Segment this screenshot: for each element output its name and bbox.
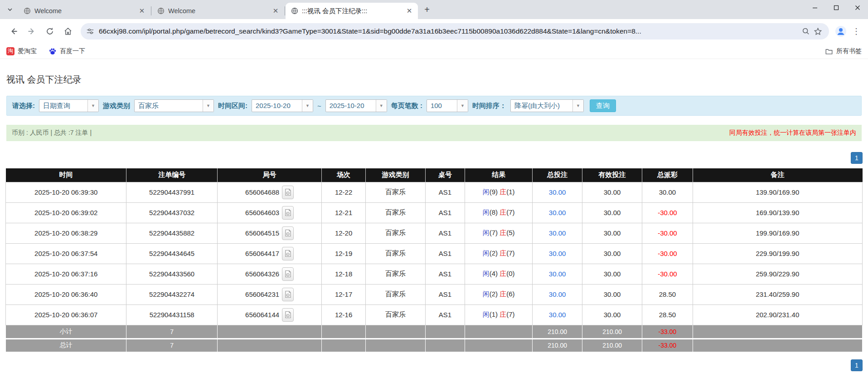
bookmark-baidu[interactable]: 百度一下	[48, 47, 85, 55]
game-type: 百家乐	[365, 202, 425, 223]
query-button[interactable]: 查询	[590, 99, 616, 112]
all-bookmarks-button[interactable]: 所有书签	[825, 47, 862, 55]
site-settings-icon[interactable]	[86, 27, 94, 35]
result: 闲(7) 庄(5)	[465, 223, 533, 243]
sort-order-select[interactable]: 降幂(由大到小) ▼	[510, 99, 584, 112]
round-number: 656064231	[217, 284, 322, 305]
summary-cell	[426, 339, 465, 352]
tab-close-icon[interactable]: ✕	[405, 7, 413, 15]
dropdown-arrow-icon[interactable]: ▼	[457, 100, 468, 112]
total-bet-link[interactable]: 30.00	[549, 188, 566, 196]
dropdown-arrow-icon[interactable]: ▼	[87, 100, 98, 112]
total-bet-link[interactable]: 30.00	[549, 270, 566, 278]
session: 12-18	[322, 264, 365, 284]
round-number: 656064326	[217, 264, 322, 284]
result: 闲(4) 庄(0)	[465, 264, 533, 284]
video-replay-button[interactable]	[282, 206, 294, 220]
home-button[interactable]	[60, 23, 76, 39]
bookmark-aitaobao[interactable]: 淘 爱淘宝	[6, 47, 37, 55]
dropdown-arrow-icon[interactable]: ▼	[376, 100, 387, 112]
window-maximize-button[interactable]	[825, 0, 847, 15]
total-bet-link[interactable]: 30.00	[549, 229, 566, 237]
total-payout: -30.00	[642, 202, 693, 223]
window-minimize-button[interactable]	[804, 0, 825, 15]
table-number: AS1	[426, 182, 465, 202]
page-number-button[interactable]: 1	[851, 359, 863, 371]
tab-close-icon[interactable]: ✕	[138, 7, 146, 15]
new-tab-button[interactable]: +	[421, 3, 433, 16]
bet-time: 2025-10-20 06:37:54	[6, 243, 126, 264]
game-type: 百家乐	[365, 264, 425, 284]
reload-button[interactable]	[42, 23, 58, 39]
total-payout: 28.50	[642, 284, 693, 305]
valid-bet: 30.00	[582, 264, 642, 284]
valid-bet: 30.00	[582, 284, 642, 305]
table-row: 2025-10-20 06:37:54522904434645656064417…	[6, 243, 863, 264]
globe-favicon-icon	[157, 7, 165, 15]
video-replay-button[interactable]	[282, 226, 294, 240]
total-bet-link[interactable]: 30.00	[549, 311, 566, 319]
summary-cell	[217, 339, 322, 352]
back-button[interactable]	[5, 23, 22, 39]
video-replay-button[interactable]	[282, 308, 294, 322]
session: 12-22	[322, 182, 365, 202]
session: 12-21	[322, 202, 365, 223]
column-header: 桌号	[426, 168, 465, 182]
query-type-select[interactable]: 日期查询 ▼	[39, 99, 99, 112]
browser-menu-button[interactable]: ⋮	[849, 24, 863, 39]
video-replay-icon	[285, 311, 291, 319]
summary-cell	[426, 325, 465, 339]
table-number: AS1	[426, 305, 465, 325]
game-type: 百家乐	[365, 284, 425, 305]
zoom-level-button[interactable]	[800, 25, 812, 37]
remark: 259.90/229.90	[693, 264, 862, 284]
page-number-button[interactable]: 1	[851, 152, 863, 164]
tab-welcome-2[interactable]: Welcome ✕	[152, 3, 284, 19]
video-replay-button[interactable]	[282, 186, 294, 199]
address-bar[interactable]: 66cxkj98.com/ipl/portal.php/game/betreco…	[81, 23, 829, 39]
browser-toolbar: 66cxkj98.com/ipl/portal.php/game/betreco…	[0, 19, 868, 44]
tab-title: Welcome	[168, 7, 268, 15]
person-icon	[835, 25, 847, 37]
game-type: 百家乐	[365, 182, 425, 202]
table-row: 2025-10-20 06:38:29522904435882656064515…	[6, 223, 863, 243]
summary-row: 小计7210.00210.00-33.00	[6, 325, 863, 339]
profile-avatar[interactable]	[834, 24, 848, 39]
video-replay-button[interactable]	[282, 267, 294, 281]
back-icon	[9, 27, 18, 36]
total-bet-link[interactable]: 30.00	[549, 250, 566, 257]
game-type-select[interactable]: 百家乐 ▼	[134, 99, 214, 112]
dropdown-arrow-icon[interactable]: ▼	[572, 100, 583, 112]
tab-bet-records[interactable]: :::视讯 会员下注纪录::: ✕	[286, 3, 418, 19]
tab-close-icon[interactable]: ✕	[272, 7, 280, 15]
total-bet-link[interactable]: 30.00	[549, 209, 566, 216]
bookmark-star-button[interactable]	[812, 25, 824, 37]
url-text[interactable]: 66cxkj98.com/ipl/portal.php/game/betreco…	[99, 27, 800, 35]
date-to-select[interactable]: 2025-10-20 ▼	[325, 99, 387, 112]
result: 闲(9) 庄(1)	[465, 182, 533, 202]
column-header: 场次	[322, 168, 365, 182]
date-from-select[interactable]: 2025-10-20 ▼	[252, 99, 313, 112]
round-number-text: 656064417	[245, 250, 279, 257]
window-close-button[interactable]	[847, 0, 868, 15]
dropdown-arrow-icon[interactable]: ▼	[302, 100, 313, 112]
round-number-text: 656064231	[245, 290, 279, 298]
dropdown-arrow-icon[interactable]: ▼	[203, 100, 213, 112]
video-replay-icon	[285, 188, 291, 196]
table-row: 2025-10-20 06:39:30522904437991656064688…	[6, 182, 863, 202]
video-replay-button[interactable]	[282, 288, 294, 301]
table-number: AS1	[426, 202, 465, 223]
total-bet-link[interactable]: 30.00	[549, 290, 566, 298]
column-header: 结果	[465, 168, 533, 182]
tab-search-button[interactable]	[4, 3, 16, 16]
round-number: 656064603	[217, 202, 322, 223]
home-icon	[63, 27, 73, 36]
forward-button[interactable]	[24, 23, 40, 39]
bet-time: 2025-10-20 06:39:30	[6, 182, 126, 202]
magnifier-icon	[802, 27, 810, 35]
page-size-select[interactable]: 100 ▼	[427, 99, 468, 112]
tab-welcome-1[interactable]: Welcome ✕	[18, 3, 150, 19]
video-replay-button[interactable]	[282, 247, 294, 260]
summary-cell: 7	[126, 339, 217, 352]
bet-records-table: 时间注单编号局号场次游戏类别桌号结果总投注有效投注总派彩备注 2025-10-2…	[5, 168, 863, 353]
